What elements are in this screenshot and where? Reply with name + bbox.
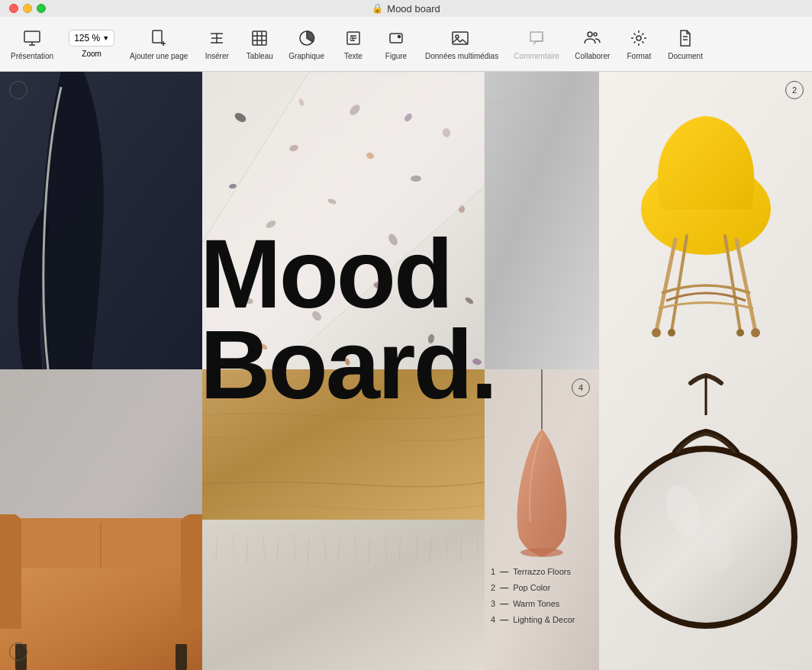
svg-point-24 <box>636 36 641 40</box>
svg-rect-0 <box>24 31 40 42</box>
document-icon: 🔒 <box>372 3 383 14</box>
legend: 1 — Terrazzo Floors 2 — Pop Color 3 — Wa… <box>491 564 593 628</box>
add-page-icon <box>150 27 168 49</box>
cell-sofa[interactable]: 3 <box>0 369 202 670</box>
zoom-control[interactable]: 125 % ▼ <box>69 30 114 47</box>
toolbar-figure[interactable]: Figure <box>375 21 417 67</box>
legend-item-3: 3 — Warm Tones <box>491 596 593 612</box>
canvas-area: 1 <box>0 72 812 670</box>
svg-point-94 <box>520 548 563 557</box>
graphique-icon <box>298 27 316 49</box>
document-toolbar-icon <box>676 27 694 49</box>
collaborer-icon <box>583 27 601 49</box>
chevron-down-icon: ▼ <box>102 34 109 42</box>
svg-point-64 <box>751 328 760 337</box>
toolbar-commentaire[interactable]: Commentaire <box>506 21 567 67</box>
toolbar-format[interactable]: Format <box>617 21 660 67</box>
svg-rect-72 <box>202 369 485 520</box>
page-badge-1: 1 <box>9 81 27 99</box>
svg-point-21 <box>456 35 459 38</box>
format-icon <box>630 27 648 49</box>
cell-concrete[interactable] <box>485 72 599 369</box>
texte-icon: A <box>344 27 362 49</box>
svg-rect-73 <box>202 520 485 670</box>
svg-point-98 <box>620 452 791 623</box>
svg-text:A: A <box>350 34 354 41</box>
close-button[interactable] <box>9 4 18 13</box>
figure-label: Figure <box>385 52 407 60</box>
legend-item-4: 4 — Lighting & Decor <box>491 612 593 628</box>
toolbar: Présentation 125 % ▼ Zoom Ajouter une pa… <box>0 17 812 72</box>
svg-rect-51 <box>485 72 599 369</box>
toolbar-collaborer[interactable]: Collaborer <box>567 21 617 67</box>
svg-point-66 <box>736 329 744 337</box>
toolbar-graphique[interactable]: Graphique <box>281 21 332 67</box>
traffic-lights <box>9 4 46 13</box>
page-badge-3: 3 <box>9 643 27 661</box>
svg-point-19 <box>398 36 400 38</box>
graphique-label: Graphique <box>288 52 324 60</box>
svg-point-65 <box>668 329 675 337</box>
minimize-button[interactable] <box>23 4 32 13</box>
commentaire-icon <box>527 27 546 49</box>
svg-point-22 <box>588 32 592 37</box>
maximize-button[interactable] <box>37 4 46 13</box>
collaborer-label: Collaborer <box>575 52 610 60</box>
legend-item-2: 2 — Pop Color <box>491 580 593 596</box>
svg-rect-7 <box>253 31 266 45</box>
cell-yellow-chair[interactable]: 2 <box>599 72 812 369</box>
tableau-label: Tableau <box>246 52 273 60</box>
tableau-icon <box>250 27 269 49</box>
toolbar-multimedia[interactable]: Données multimédias <box>417 21 506 67</box>
toolbar-tableau[interactable]: Tableau <box>238 21 281 67</box>
insert-icon <box>208 27 226 49</box>
svg-rect-68 <box>0 560 202 670</box>
add-page-label: Ajouter une page <box>130 52 188 60</box>
cell-leather-chair[interactable]: 1 <box>0 72 202 369</box>
multimedia-icon <box>451 27 472 49</box>
multimedia-label: Données multimédias <box>425 52 498 60</box>
moodboard: 1 <box>0 72 812 670</box>
cell-wood-fur[interactable] <box>202 369 485 670</box>
format-label: Format <box>627 52 651 60</box>
svg-rect-3 <box>153 31 162 43</box>
svg-rect-18 <box>390 34 402 43</box>
toolbar-texte[interactable]: A Texte <box>332 21 375 67</box>
toolbar-presentation[interactable]: Présentation <box>3 21 61 67</box>
title-bar: 🔒 Mood board <box>0 0 812 17</box>
texte-label: Texte <box>344 52 362 60</box>
cell-pendant-legend[interactable]: 4 1 — Terrazzo Floors 2 — Pop Color 3 — … <box>485 369 599 670</box>
insert-label: Insérer <box>205 52 229 60</box>
svg-rect-71 <box>176 644 187 670</box>
presentation-icon <box>23 27 41 49</box>
legend-item-1: 1 — Terrazzo Floors <box>491 564 593 580</box>
cell-terrazzo[interactable] <box>202 72 485 369</box>
presentation-label: Présentation <box>11 52 53 60</box>
toolbar-insert[interactable]: Insérer <box>195 21 238 67</box>
zoom-label: Zoom <box>82 50 102 58</box>
page-badge-2: 2 <box>785 81 804 99</box>
svg-point-23 <box>594 33 597 36</box>
toolbar-add-page[interactable]: Ajouter une page <box>122 21 195 67</box>
svg-point-63 <box>652 328 661 337</box>
page-badge-4: 4 <box>572 378 590 397</box>
commentaire-label: Commentaire <box>514 52 559 60</box>
document-label: Document <box>668 52 703 60</box>
figure-icon <box>387 27 405 49</box>
toolbar-zoom[interactable]: 125 % ▼ Zoom <box>61 21 122 67</box>
toolbar-document[interactable]: Document <box>660 21 710 67</box>
window-title: 🔒 Mood board <box>372 3 440 14</box>
cell-mirror[interactable] <box>599 369 812 670</box>
